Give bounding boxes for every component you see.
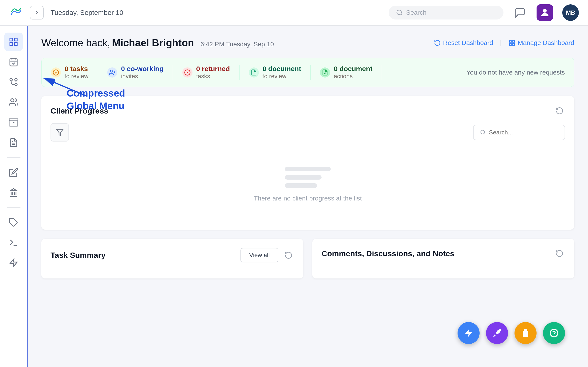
coworking-number: 0 co-working [121,65,164,73]
coworking-label: invites [121,73,164,80]
stat-returned-tasks[interactable]: 0 returned tasks [173,65,240,80]
svg-point-34 [110,70,112,72]
doc-review-label: to review [262,73,301,80]
sidebar-item-archive[interactable] [4,113,23,132]
reset-dashboard-link[interactable]: Reset Dashboard [434,39,493,47]
sidebar-item-reports[interactable] [4,133,23,152]
client-search-input[interactable] [473,125,565,140]
svg-line-2 [401,14,402,15]
manage-dashboard-link[interactable]: Manage Dashboard [509,39,574,47]
svg-point-12 [10,78,12,81]
doc-actions-label: actions [334,73,372,80]
main-layout: Welcome back, Michael Brighton 6:42 PM T… [0,26,588,367]
sidebar-item-people[interactable] [4,93,23,111]
svg-rect-8 [10,59,17,66]
comments-header: Comments, Discussions, and Notes [321,248,565,259]
client-search-field[interactable] [489,129,558,136]
stat-document-review[interactable]: 0 document to review [240,65,311,80]
svg-rect-5 [14,38,17,41]
svg-rect-30 [513,40,515,42]
svg-rect-6 [10,43,13,45]
svg-rect-4 [10,38,13,41]
svg-marker-40 [56,129,63,135]
stat-coworking-invites[interactable]: 0 co-working invites [98,65,173,80]
fab-trash-button[interactable] [515,322,536,344]
comments-refresh-button[interactable] [554,248,565,259]
doc-review-number: 0 document [262,65,301,73]
client-progress-refresh-button[interactable] [554,105,565,116]
search-button[interactable]: Search [389,6,503,19]
svg-point-15 [10,99,14,102]
svg-rect-31 [510,44,511,46]
user-name: Michael Brighton [112,37,194,48]
comments-title: Comments, Discussions, and Notes [321,249,454,258]
sidebar-item-workflows[interactable] [4,73,23,91]
content-area: Welcome back, Michael Brighton 6:42 PM T… [27,26,588,367]
bottom-row: Task Summary View all Comments, Discussi… [41,239,574,278]
stat-document-actions[interactable]: 0 document actions [311,65,382,80]
svg-point-41 [481,130,485,134]
client-progress-empty-state: There are no client progress at the list [51,148,565,220]
sidebar-item-tasks[interactable] [4,53,23,71]
document-icon [249,67,259,77]
header-actions: Reset Dashboard | Manage Dashboard [434,39,574,47]
page-header: Welcome back, Michael Brighton 6:42 PM T… [41,37,574,49]
sidebar-item-lightning[interactable] [4,254,23,272]
user-avatar[interactable]: MB [562,4,579,21]
document-check-icon [320,67,330,77]
sidebar-item-dashboard[interactable] [4,33,23,51]
search-label: Search [406,9,426,16]
comments-card: Comments, Discussions, and Notes [312,239,574,278]
client-progress-toolbar [51,123,565,142]
empty-lines-graphic [285,167,331,188]
sidebar-divider-2 [7,207,20,208]
sidebar-item-terminal[interactable] [4,234,23,252]
sidebar-divider [7,157,20,158]
sidebar-item-bank[interactable] [4,184,23,202]
no-requests-message: You do not have any new requests [382,69,565,76]
svg-rect-7 [14,43,17,45]
header-divider: | [500,39,502,47]
nav-toggle-button[interactable] [30,6,44,19]
returned-number: 0 returned [196,65,230,73]
task-summary-refresh-button[interactable] [283,250,294,261]
top-bar: Tuesday, September 10 Search MB [0,0,588,26]
fab-help-button[interactable] [543,322,565,344]
filter-button[interactable] [51,123,69,142]
top-right-area: Search MB [389,4,579,21]
task-summary-header: Task Summary View all [51,248,294,262]
svg-rect-32 [513,44,515,46]
tasks-number: 0 tasks [65,65,88,73]
svg-marker-25 [10,189,17,191]
svg-line-42 [484,133,485,134]
tasks-label: to review [65,73,88,80]
check-circle-icon [51,67,61,77]
stats-bar: 0 tasks to review 0 co-working invites [41,58,574,87]
top-date: Tuesday, September 10 [51,9,382,17]
users-plus-icon [107,67,117,77]
client-progress-header: Client Progress [51,105,565,116]
stat-tasks-to-review[interactable]: 0 tasks to review [51,65,98,80]
chat-icon[interactable] [513,5,527,20]
welcome-text: Welcome back, [41,37,110,48]
page-time: 6:42 PM Tuesday, Sep 10 [200,41,274,48]
fab-rocket-button[interactable] [486,322,508,344]
svg-point-14 [15,78,17,81]
x-circle-icon [182,67,192,77]
empty-line-3 [285,183,317,188]
sidebar [0,26,27,367]
empty-message: There are no client progress at the list [254,195,362,202]
svg-rect-29 [510,40,511,42]
svg-point-1 [397,10,401,15]
doc-actions-number: 0 document [334,65,372,73]
sidebar-item-edit[interactable] [4,163,23,182]
view-all-button[interactable]: View all [241,248,278,262]
svg-point-13 [15,83,17,86]
fab-lightning-button[interactable] [458,322,480,344]
sidebar-item-integrations[interactable] [4,213,23,232]
welcome-message: Welcome back, Michael Brighton 6:42 PM T… [41,37,274,49]
returned-label: tasks [196,73,230,80]
empty-line-1 [285,167,331,171]
client-progress-card: Client Progress [41,96,574,230]
client-progress-title: Client Progress [51,106,108,115]
